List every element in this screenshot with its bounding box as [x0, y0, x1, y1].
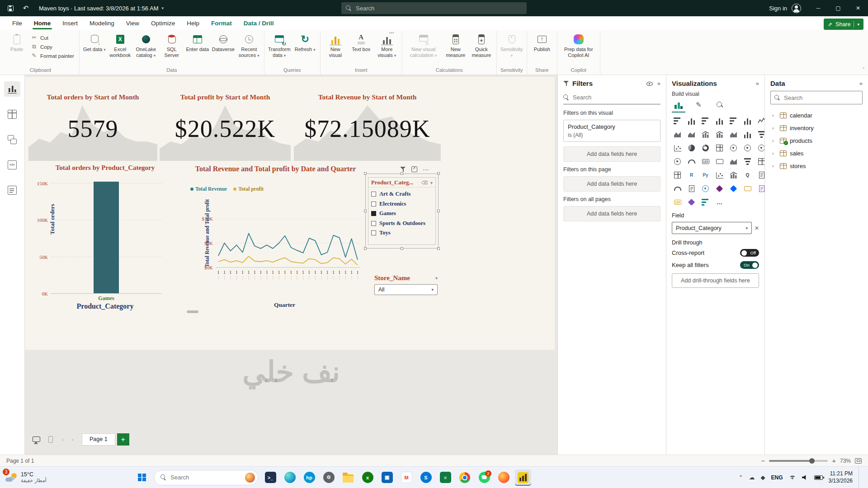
taskbar-search-input[interactable]	[170, 474, 241, 481]
start-button[interactable]	[134, 469, 150, 486]
table-view-button[interactable]	[4, 107, 20, 122]
table-row-sales[interactable]: ›sales	[770, 147, 863, 160]
visual-type-multi-row-card-icon[interactable]	[714, 156, 725, 167]
analytics-tab[interactable]	[713, 99, 727, 113]
excel-workbook-button[interactable]: Excel workbook	[108, 32, 133, 65]
desktop-layout-button[interactable]	[29, 433, 43, 445]
more-options-icon[interactable]: ⋯	[423, 167, 429, 172]
visual-type-gauge-icon[interactable]	[686, 156, 697, 167]
focus-mode-icon[interactable]	[411, 166, 417, 172]
visual-type-filled-map-icon[interactable]	[742, 142, 753, 154]
format-visual-tab[interactable]	[693, 99, 706, 113]
visual-type-scatter-chart-icon[interactable]	[672, 142, 683, 154]
store-slicer-dropdown[interactable]: All ▾	[374, 284, 438, 295]
slicer-item-electronics[interactable]: Electronics	[371, 199, 433, 209]
data-search[interactable]	[770, 91, 863, 104]
report-view-button[interactable]	[4, 81, 20, 97]
model-view-button[interactable]	[4, 132, 20, 147]
visual-type-waterfall-chart-icon[interactable]	[742, 129, 753, 140]
document-title[interactable]: Maven toys · Last saved: 3/8/2026 at 1:5…	[39, 5, 164, 12]
visual-type-slicer-icon[interactable]	[742, 156, 753, 167]
visual-type-card-icon[interactable]: 123	[700, 156, 711, 167]
resize-handle[interactable]	[364, 172, 367, 175]
visual-type-line-and-clustered-column-chart-icon[interactable]	[714, 129, 725, 140]
data-search-input[interactable]	[784, 94, 859, 101]
visual-type-area-chart-icon[interactable]	[672, 129, 683, 140]
zoom-in-button[interactable]: +	[832, 457, 836, 465]
battery-icon[interactable]	[814, 475, 823, 480]
visual-type-table-icon[interactable]	[756, 156, 764, 167]
dataverse-button[interactable]: Dataverse	[211, 32, 236, 65]
bar-games[interactable]	[94, 182, 119, 293]
visual-type-100-percent-stacked-bar-chart-icon[interactable]	[728, 115, 739, 127]
filters-search[interactable]	[563, 91, 660, 104]
menu-tab-help[interactable]: Help	[181, 16, 205, 30]
visual-type-stacked-area-chart-icon[interactable]	[686, 129, 697, 140]
card-total-profit[interactable]: Total profit by Start of Month $20.522K	[160, 85, 291, 163]
visual-type-stacked-bar-chart-icon[interactable]	[672, 115, 683, 127]
undo-button[interactable]: ↶	[19, 1, 33, 15]
publish-button[interactable]: Publish	[529, 32, 555, 65]
cut-button[interactable]: Cut	[30, 34, 77, 42]
field-pill-product-category[interactable]: Product_Category ▾	[672, 222, 752, 234]
table-row-stores[interactable]: ›stores	[770, 160, 863, 172]
resize-handle[interactable]	[437, 247, 440, 250]
visual-type-decomposition-tree-icon[interactable]	[728, 169, 739, 181]
menu-tab-home[interactable]: Home	[28, 16, 57, 30]
expand-chevron-icon[interactable]: ›	[772, 163, 777, 169]
menu-tab-insert[interactable]: Insert	[57, 16, 84, 30]
keep-all-filters-toggle[interactable]: On	[740, 261, 759, 269]
save-button[interactable]	[4, 1, 17, 15]
card-total-orders[interactable]: Total orders by Start of Month 5579	[28, 85, 157, 163]
cross-report-toggle[interactable]: Off	[740, 249, 759, 257]
visual-type-stacked-column-chart-icon[interactable]	[686, 115, 697, 127]
checkbox-checked-icon[interactable]	[371, 211, 376, 216]
sign-in-link[interactable]: Sign in	[769, 5, 787, 12]
visual-type-ribbon-chart-icon[interactable]	[728, 129, 739, 140]
menu-tab-data-drill[interactable]: Data / Drill	[238, 16, 280, 30]
checkbox-icon[interactable]	[371, 230, 376, 235]
expand-chevron-icon[interactable]: ›	[772, 125, 777, 131]
visual-type-button-slicer-icon[interactable]	[742, 183, 753, 194]
build-visual-tab[interactable]	[672, 99, 685, 113]
bar-chart-total-orders-by-category[interactable]: Total orders by Product_Category Total o…	[27, 161, 183, 313]
resize-handle[interactable]	[437, 172, 440, 175]
taskbar-app-power-bi-desktop[interactable]	[515, 469, 531, 486]
checkbox-icon[interactable]	[371, 221, 376, 226]
visual-type-q-and-a-icon[interactable]: Q	[742, 169, 753, 181]
report-page[interactable]: Total orders by Start of Month 5579 Tota…	[25, 77, 555, 350]
add-drill-through-fields-dropzone[interactable]: Add drill-through fields here	[672, 273, 759, 288]
taskbar-app-xbox[interactable]: x	[359, 469, 376, 486]
dax-query-view-button[interactable]	[4, 157, 20, 173]
visual-type-pie-chart-icon[interactable]	[686, 142, 697, 154]
expand-chevron-icon[interactable]: ›	[772, 113, 777, 118]
resize-handle[interactable]	[401, 172, 403, 175]
resize-handle[interactable]	[401, 247, 403, 250]
visual-type-paginated-report-icon[interactable]	[686, 183, 697, 194]
menu-tab-modeling[interactable]: Modeling	[84, 16, 120, 30]
view-filters-eye-icon[interactable]	[646, 80, 653, 86]
menu-tab-view[interactable]: View	[120, 16, 145, 30]
quick-measure-button[interactable]: Quick measure	[469, 32, 494, 65]
taskbar-app-microsoft-edge[interactable]	[282, 469, 298, 486]
account-avatar-icon[interactable]	[792, 4, 801, 13]
zoom-slider[interactable]	[769, 460, 828, 462]
table-row-calendar[interactable]: ›calendar	[770, 109, 863, 122]
enter-data-button[interactable]: Enter data	[185, 32, 210, 65]
maximize-button[interactable]: ▢	[828, 0, 848, 16]
slicer-chevron-icon[interactable]: ▾	[430, 180, 433, 185]
refresh-button[interactable]: Refresh ▾	[292, 32, 318, 65]
visual-type-matrix-icon[interactable]	[672, 169, 683, 181]
onedrive-icon[interactable]: ☁	[749, 474, 755, 481]
visual-type-kpi-icon[interactable]	[728, 156, 739, 167]
taskbar-app-gmail[interactable]: M	[398, 469, 415, 486]
store-slicer-chevron-icon[interactable]: ▾	[435, 276, 438, 281]
taskbar-app-settings[interactable]: ⚙	[321, 469, 337, 486]
table-row-inventory[interactable]: ›inventory	[770, 122, 863, 134]
taskbar-app-hp-support[interactable]: hp	[301, 469, 317, 486]
taskbar-app-google-chrome[interactable]	[457, 469, 473, 486]
hidden-icons-chevron[interactable]: ⌃	[739, 474, 743, 481]
more-visual-options-icon[interactable]: …	[714, 197, 725, 208]
visual-type-shape-map-icon[interactable]	[756, 142, 764, 154]
collapse-filters-pane-icon[interactable]: »	[657, 80, 660, 87]
